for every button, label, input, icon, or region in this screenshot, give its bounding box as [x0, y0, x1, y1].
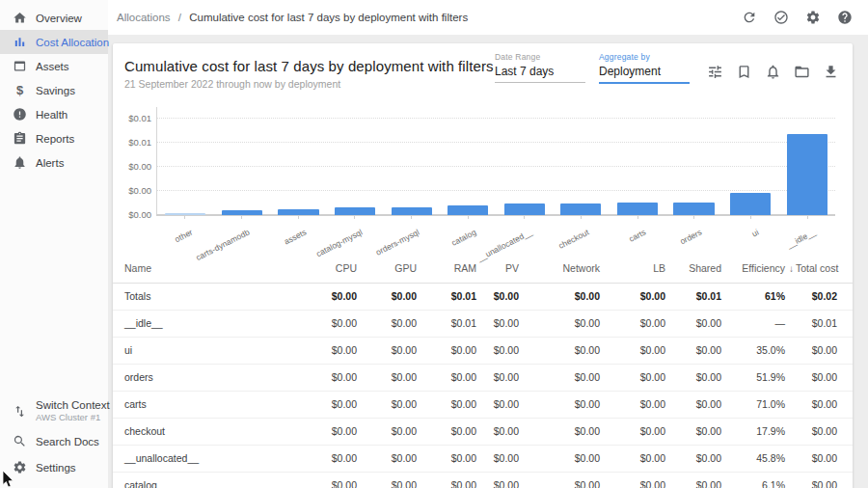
folder-icon[interactable]	[794, 64, 810, 80]
bar-carts[interactable]	[617, 203, 658, 215]
table-row-orders[interactable]: orders$0.00$0.00$0.00$0.00$0.00$0.00$0.0…	[113, 364, 853, 391]
allocation-table: NameCPUGPURAMPVNetworkLBSharedEfficiency…	[113, 254, 853, 488]
aggregate-value[interactable]: Deployment	[599, 62, 690, 84]
sidebar-item-cost-allocation[interactable]: Cost Allocation	[0, 30, 108, 54]
cell-shared: $0.00	[667, 310, 723, 337]
sidebar-item-reports[interactable]: Reports	[0, 126, 108, 150]
column-header-shared[interactable]: Shared	[667, 254, 723, 283]
chart-y-tick-label: $0.00	[128, 161, 151, 172]
cell-total-cost: $0.00	[787, 445, 853, 472]
table-row-catalog[interactable]: catalog$0.00$0.00$0.00$0.00$0.00$0.00$0.…	[113, 472, 853, 488]
sidebar-footer-settings[interactable]: Settings	[0, 454, 108, 480]
row-name: __idle__	[113, 310, 297, 337]
sidebar-footer-switch-context[interactable]: Switch Context AWS Cluster #1	[0, 393, 108, 428]
sidebar-footer: Switch Context AWS Cluster #1 Search Doc…	[0, 393, 108, 488]
table-row--idle-[interactable]: __idle__$0.00$0.00$0.01$0.00$0.00$0.00$0…	[113, 310, 853, 337]
column-header-ram[interactable]: RAM	[419, 254, 478, 283]
bell-outline-icon-glyph	[765, 64, 781, 80]
column-header-cpu[interactable]: CPU	[297, 254, 359, 283]
cell-total-cost: $0.00	[787, 337, 853, 364]
tune-icon[interactable]	[707, 64, 723, 80]
cell-total-cost: $0.00	[787, 391, 853, 418]
cell-gpu: $0.00	[359, 337, 419, 364]
refresh-icon[interactable]	[742, 10, 757, 25]
bell-outline-icon[interactable]	[765, 64, 781, 80]
column-header-efficiency[interactable]: Efficiency	[723, 254, 787, 283]
sidebar-item-assets[interactable]: Assets	[0, 54, 108, 78]
sidebar-item-overview[interactable]: Overview	[0, 6, 108, 30]
cell-lb: $0.00	[602, 337, 667, 364]
check-circle-icon[interactable]	[773, 10, 789, 25]
cell-efficiency: 51.9%	[723, 364, 787, 391]
cell-lb: $0.00	[602, 418, 667, 445]
chart-x-tick	[468, 215, 469, 219]
cell-network: $0.00	[521, 283, 602, 310]
cell-shared: $0.00	[667, 418, 723, 445]
table-row-ui[interactable]: ui$0.00$0.00$0.00$0.00$0.00$0.00$0.0035.…	[113, 337, 853, 364]
bookmark-icon[interactable]	[736, 64, 752, 80]
table-row-carts[interactable]: carts$0.00$0.00$0.00$0.00$0.00$0.00$0.00…	[113, 391, 853, 418]
alerts-icon	[13, 155, 27, 170]
cell-gpu: $0.00	[359, 445, 419, 472]
chart-y-tick-label: $0.01	[128, 113, 151, 123]
breadcrumb-section[interactable]: Allocations	[117, 12, 171, 23]
column-header-total-cost[interactable]: ↓Total cost	[787, 254, 853, 283]
cell-cpu: $0.00	[297, 310, 359, 337]
cell-lb: $0.00	[602, 391, 667, 418]
table-row-checkout[interactable]: checkout$0.00$0.00$0.00$0.00$0.00$0.00$0…	[113, 418, 853, 445]
footer-item-label: Settings	[36, 462, 76, 474]
sidebar-item-health[interactable]: Health	[0, 102, 108, 126]
chart-x-tick	[184, 215, 185, 219]
bar-catalog[interactable]	[448, 205, 488, 215]
cell-gpu: $0.00	[359, 364, 419, 391]
bar-__idle__[interactable]	[787, 134, 827, 215]
chart-x-label-ui: ui	[750, 228, 760, 239]
help-icon[interactable]	[837, 10, 853, 25]
column-header-gpu[interactable]: GPU	[359, 254, 419, 283]
bar-__unallocated__[interactable]	[504, 203, 545, 215]
cell-shared: $0.01	[667, 283, 723, 310]
chart-x-label-other: other	[174, 228, 195, 245]
bar-orders[interactable]	[673, 203, 714, 215]
row-name: Totals	[113, 283, 297, 310]
chart-x-label-catalog: catalog	[449, 228, 477, 248]
settings-icon	[13, 460, 27, 474]
bar-catalog-mysql[interactable]	[335, 207, 375, 215]
settings-icon[interactable]	[805, 10, 821, 25]
cell-efficiency: 17.9%	[723, 418, 787, 445]
chart-x-tick	[241, 215, 242, 219]
date-range-select[interactable]: Date Range Last 7 days	[495, 52, 585, 83]
column-header-network[interactable]: Network	[521, 254, 602, 283]
cell-efficiency: 71.0%	[723, 391, 787, 418]
table-row--unallocated-[interactable]: __unallocated__$0.00$0.00$0.00$0.00$0.00…	[113, 445, 853, 472]
column-header-lb[interactable]: LB	[602, 254, 667, 283]
footer-item-sublabel: AWS Cluster #1	[36, 412, 110, 422]
report-card: Cumulative cost for last 7 days by deplo…	[113, 43, 853, 488]
bar-ui[interactable]	[730, 193, 771, 215]
cell-network: $0.00	[521, 310, 602, 337]
bookmark-icon-glyph	[736, 64, 752, 80]
aggregate-select[interactable]: Aggregate by Deployment	[599, 52, 690, 84]
cell-total-cost: $0.00	[787, 472, 853, 488]
sidebar-item-alerts[interactable]: Alerts	[0, 150, 108, 175]
cell-ram: $0.00	[419, 472, 478, 488]
bar-orders-mysql[interactable]	[392, 207, 432, 215]
cell-ram: $0.00	[419, 337, 478, 364]
table-row-totals[interactable]: Totals$0.00$0.00$0.01$0.00$0.00$0.00$0.0…	[113, 283, 853, 310]
cell-network: $0.00	[521, 445, 602, 472]
search-docs-icon	[13, 434, 27, 448]
date-range-value[interactable]: Last 7 days	[495, 62, 585, 83]
bar-checkout[interactable]	[560, 203, 601, 215]
cell-shared: $0.00	[667, 391, 723, 418]
breadcrumb-page: Cumulative cost for last 7 days by deplo…	[189, 12, 468, 23]
row-name: catalog	[113, 472, 297, 488]
cell-efficiency: 45.8%	[723, 445, 787, 472]
download-icon[interactable]	[823, 64, 839, 80]
cell-ram: $0.00	[419, 391, 478, 418]
sidebar-item-savings[interactable]: $ Savings	[0, 78, 108, 102]
cell-cpu: $0.00	[297, 283, 359, 310]
sidebar-footer-search-docs[interactable]: Search Docs	[0, 428, 108, 454]
row-name: orders	[113, 364, 297, 391]
chart-x-tick	[637, 215, 638, 219]
cell-pv: $0.00	[478, 337, 521, 364]
